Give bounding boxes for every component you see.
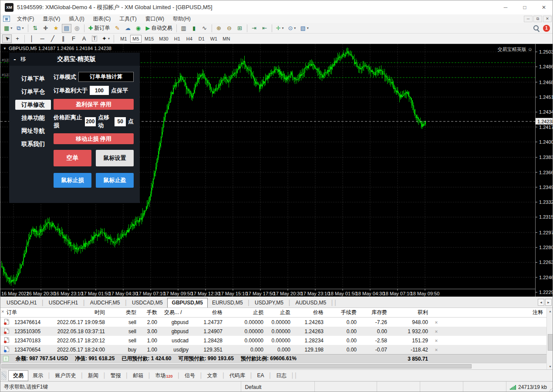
breakeven-toggle-button[interactable]: 盈利保平 停用 <box>54 99 134 110</box>
column-header-1[interactable]: 时间 <box>47 309 108 316</box>
crosshair-tool[interactable]: + <box>13 34 22 43</box>
column-header-12[interactable]: 注释 <box>441 309 546 316</box>
zoom-out-button[interactable]: ⊖ <box>225 24 234 33</box>
trail-distance-input[interactable]: 200 <box>85 117 96 126</box>
close-order-icon[interactable]: × <box>432 347 441 352</box>
timeframe-m30[interactable]: M30 <box>157 35 170 43</box>
candlestick-chart-button[interactable]: ▮ <box>189 24 199 33</box>
column-header-3[interactable]: 手数 <box>140 309 161 316</box>
menu-item-0[interactable]: 文件(F) <box>13 14 38 23</box>
window-minimize-button[interactable]: ─ <box>496 0 515 14</box>
templates-button[interactable]: ▧▾ <box>298 24 310 33</box>
vertical-scrollbar-thumb[interactable] <box>548 334 553 351</box>
mouse-settings-button[interactable]: 鼠标设置 <box>96 150 134 166</box>
column-header-10[interactable]: 库存费 <box>360 309 391 316</box>
chart-restore-button[interactable]: ⧉ <box>533 16 542 22</box>
chart-close-button[interactable]: ✕ <box>543 16 552 22</box>
timeframe-m5[interactable]: M5 <box>130 35 142 43</box>
chart-area[interactable]: 1.250301.248601.246851.245151.243451.241… <box>0 44 553 297</box>
panel-move-button[interactable]: 移 <box>20 55 26 63</box>
close-order-icon[interactable]: × <box>432 338 441 343</box>
window-close-button[interactable]: ✕ <box>534 0 553 14</box>
close-order-icon[interactable]: × <box>432 320 441 325</box>
publisher-button[interactable]: ☁ <box>123 24 133 33</box>
channel-tool[interactable]: ∥ <box>58 34 68 43</box>
tab-scroll-left-icon[interactable]: ◂ <box>538 299 544 306</box>
data-window-button[interactable]: ✚ <box>41 24 51 33</box>
terminal-tab-展示[interactable]: 展示 <box>28 371 47 381</box>
zoom-in-button[interactable]: ⊕ <box>214 24 224 33</box>
chart-shift-button[interactable]: ⇤ <box>260 24 270 33</box>
panel-nav-订单下单[interactable]: 订单下单 <box>15 74 51 84</box>
profit-threshold-input[interactable]: 100 <box>90 86 109 95</box>
toolbox-grip-icon[interactable] <box>1 371 7 380</box>
timeframe-mn[interactable]: MN <box>220 35 232 43</box>
symbol-dropdown-icon[interactable]: ▼ <box>3 47 7 51</box>
shapes-tool[interactable]: ✦▾ <box>100 34 111 43</box>
chart-tab-usdcad-h1[interactable]: USDCAD,H1 <box>2 298 41 308</box>
autotrading-button[interactable]: ▶自动交易 <box>144 24 174 33</box>
trail-step-input[interactable]: 50 <box>115 117 126 126</box>
new-order-button[interactable]: ✚新订单 <box>87 24 112 33</box>
vertical-line-tool[interactable]: │ <box>27 34 37 43</box>
terminal-tab-信号[interactable]: 信号 <box>180 371 199 381</box>
horizontal-line-tool[interactable]: ─ <box>37 34 47 43</box>
panel-nav-订单修改[interactable]: 订单修改 <box>15 100 51 110</box>
chart-tab-usdchf-h1[interactable]: USDCHF,H1 <box>44 298 82 308</box>
sell-order-button[interactable]: 空单 <box>54 150 91 166</box>
search-icon[interactable] <box>533 25 540 31</box>
timeframe-m1[interactable]: M1 <box>118 35 129 43</box>
panel-nav-网址导航[interactable]: 网址导航 <box>15 126 51 136</box>
column-header-6[interactable]: 止损 <box>226 309 267 316</box>
timeframe-d1[interactable]: D1 <box>196 35 207 43</box>
chart-tab-gbpusd-m5[interactable]: GBPUSD,M5 <box>167 298 208 308</box>
timeframe-w1[interactable]: W1 <box>208 35 220 43</box>
label-tool[interactable]: T <box>90 34 99 43</box>
scroll-down-icon[interactable]: ▼ <box>547 363 553 369</box>
profiles-button[interactable]: ⧉▾ <box>15 24 25 33</box>
trade-panel-header[interactable]: - 移 交易宝-精英版 <box>9 53 140 66</box>
panel-nav-联系我们[interactable]: 联系我们 <box>15 139 51 149</box>
chart-tab-usdcad-m5[interactable]: USDCAD,M5 <box>128 298 167 308</box>
scroll-up-icon[interactable]: ▲ <box>547 308 553 314</box>
menu-item-6[interactable]: 帮助(H) <box>169 14 195 23</box>
strategy-tester-button[interactable]: ◎ <box>72 24 82 33</box>
order-mode-value[interactable]: 订单单独计算 <box>78 72 134 82</box>
panel-nav-订单平仓[interactable]: 订单平仓 <box>15 87 51 97</box>
cursor-tool[interactable]: ➤ <box>2 34 12 43</box>
vertical-scrollbar[interactable]: ▲ ▼ <box>546 308 553 369</box>
tile-windows-button[interactable]: ⊞ <box>235 24 245 33</box>
line-chart-button[interactable]: ∿ <box>200 24 209 33</box>
terminal-tab-邮箱[interactable]: 邮箱 <box>128 371 148 381</box>
fibonacci-tool[interactable]: F <box>69 34 78 43</box>
chart-ohlc-line[interactable]: ▼ GBPUSD,M5 1.24187 1.24266 1.24184 1.24… <box>3 46 111 51</box>
tab-scroll-right-icon[interactable]: ▸ <box>545 299 552 306</box>
column-header-0[interactable]: 订单 <box>0 309 47 316</box>
mouse-stoploss-button[interactable]: 鼠标止损 <box>54 173 91 188</box>
terminal-tab-警报[interactable]: 警报 <box>106 371 125 381</box>
chart-tab-eurusd-m5[interactable]: EURUSD,M5 <box>208 298 247 308</box>
column-header-9[interactable]: 手续费 <box>327 309 360 316</box>
menu-item-1[interactable]: 显示(V) <box>38 14 64 23</box>
terminal-tab-代码库[interactable]: 代码库 <box>225 371 250 381</box>
column-header-7[interactable]: 止盈 <box>267 309 294 316</box>
mouse-takeprofit-button[interactable]: 鼠标止盈 <box>96 173 134 188</box>
metaeditor-button[interactable]: ✎ <box>113 24 122 33</box>
order-row-123470183[interactable]: 1234701832022.05.17 18:20:12sell1.00usdc… <box>0 336 553 345</box>
panel-nav-挂单功能[interactable]: 挂单功能 <box>15 113 51 123</box>
menu-item-2[interactable]: 插入(I) <box>64 14 88 23</box>
order-row-123476614[interactable]: 1234766142022.05.17 19:09:58sell2.00gbpu… <box>0 318 553 327</box>
column-header-2[interactable]: 类型 <box>108 309 140 316</box>
trendline-tool[interactable]: ╱ <box>48 34 57 43</box>
menu-item-3[interactable]: 图表(C) <box>89 14 115 23</box>
column-header-5[interactable]: 价格 <box>192 309 226 316</box>
chart-tab-usdjpy-m5[interactable]: USDJPY,M5 <box>250 298 288 308</box>
window-maximize-button[interactable]: □ <box>515 0 534 14</box>
terminal-tab-文章[interactable]: 文章 <box>203 371 222 381</box>
timeframe-h4[interactable]: H4 <box>184 35 195 43</box>
terminal-tab-交易[interactable]: 交易 <box>8 370 28 381</box>
terminal-button[interactable]: ▤ <box>62 24 71 33</box>
horizontal-scrollbar[interactable] <box>0 363 553 369</box>
market-watch-button[interactable]: ⇅ <box>30 24 40 33</box>
auto-scroll-button[interactable]: ⇥ <box>250 24 259 33</box>
